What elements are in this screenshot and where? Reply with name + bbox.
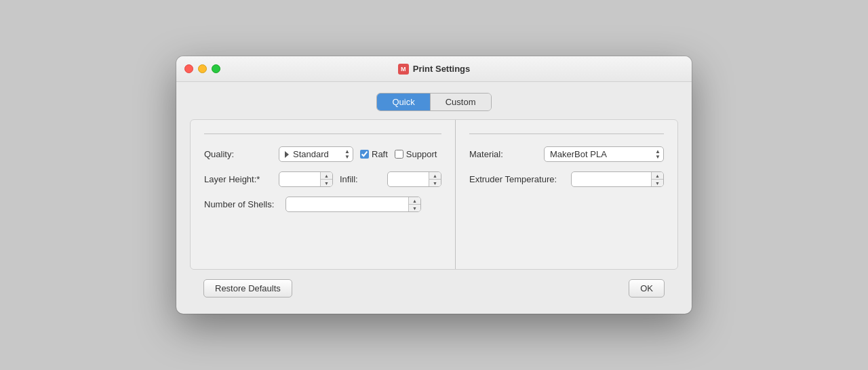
layer-height-spinner: 0.30mm ▲ ▼ — [279, 171, 333, 187]
content-area: Quality: Standard ▲ ▼ — [190, 119, 678, 270]
print-settings-window: M Print Settings Quick Custom Quality: — [176, 56, 692, 314]
minimize-button[interactable] — [198, 64, 207, 73]
app-icon: M — [398, 64, 409, 75]
material-select-wrapper: MakerBot PLA ▲ ▼ — [544, 146, 664, 162]
support-checkbox-label[interactable]: Support — [395, 149, 437, 159]
tab-quick[interactable]: Quick — [377, 94, 430, 110]
shells-spinner: 2 ▲ ▼ — [285, 197, 421, 212]
window-title: Print Settings — [413, 64, 471, 74]
shells-label: Number of Shells: — [204, 199, 279, 209]
raft-checkbox[interactable] — [360, 150, 369, 159]
close-button[interactable] — [184, 64, 193, 73]
quality-controls: Standard ▲ ▼ Raft — [279, 146, 437, 162]
left-divider — [204, 133, 441, 134]
tab-group: Quick Custom — [376, 93, 491, 111]
traffic-lights — [184, 64, 220, 73]
raft-label: Raft — [372, 149, 388, 159]
quality-select[interactable]: Standard — [279, 146, 353, 162]
material-select[interactable]: MakerBot PLA — [544, 146, 664, 162]
right-divider — [469, 133, 664, 134]
quality-row: Quality: Standard ▲ ▼ — [204, 146, 441, 162]
extruder-temp-spinner-buttons: ▲ ▼ — [651, 172, 663, 186]
layer-height-label: Layer Height:* — [204, 174, 279, 184]
tabs-row: Quick Custom — [190, 93, 678, 111]
quality-icon — [285, 151, 289, 158]
layer-infill-controls: 0.30mm ▲ ▼ Infill: 10% ▲ — [279, 171, 441, 187]
shells-input[interactable]: 2 — [285, 197, 421, 212]
layer-height-spinner-buttons: ▲ ▼ — [320, 172, 332, 186]
quality-value: Standard — [293, 149, 329, 159]
shells-controls: 2 ▲ ▼ — [279, 197, 421, 212]
support-checkbox[interactable] — [395, 150, 403, 159]
infill-down-button[interactable]: ▼ — [429, 180, 441, 186]
content-inner: Quality: Standard ▲ ▼ — [191, 120, 677, 269]
support-label: Support — [406, 149, 437, 159]
right-panel: Material: MakerBot PLA ▲ ▼ — [456, 120, 677, 269]
extruder-temp-spinner: 230°C ▲ ▼ — [571, 171, 664, 187]
extruder-temp-row: Extruder Temperature: 230°C ▲ ▼ — [469, 171, 664, 187]
shells-spinner-buttons: ▲ ▼ — [408, 197, 420, 211]
quality-select-wrapper: Standard ▲ ▼ — [279, 146, 353, 162]
window-title-group: M Print Settings — [398, 64, 471, 75]
material-label: Material: — [469, 149, 544, 159]
maximize-button[interactable] — [212, 64, 220, 73]
infill-spinner-buttons: ▲ ▼ — [429, 172, 441, 186]
extruder-temp-up-button[interactable]: ▲ — [652, 172, 663, 180]
layer-infill-row: Layer Height:* 0.30mm ▲ ▼ Infill: — [204, 171, 441, 187]
material-row: Material: MakerBot PLA ▲ ▼ — [469, 146, 664, 162]
footer: Restore Defaults OK — [190, 270, 678, 300]
window-body: Quick Custom Quality: — [176, 82, 692, 314]
raft-checkbox-label[interactable]: Raft — [360, 149, 388, 159]
left-panel: Quality: Standard ▲ ▼ — [191, 120, 456, 269]
extruder-temp-down-button[interactable]: ▼ — [652, 180, 663, 186]
infill-label: Infill: — [340, 174, 380, 184]
shells-down-button[interactable]: ▼ — [409, 205, 420, 211]
shells-row: Number of Shells: 2 ▲ ▼ — [204, 197, 441, 212]
tab-custom[interactable]: Custom — [431, 94, 491, 110]
quality-label: Quality: — [204, 149, 279, 159]
layer-height-down-button[interactable]: ▼ — [321, 180, 332, 186]
infill-up-button[interactable]: ▲ — [429, 172, 441, 180]
layer-height-up-button[interactable]: ▲ — [321, 172, 332, 180]
extruder-temp-label: Extruder Temperature: — [469, 174, 571, 184]
restore-defaults-button[interactable]: Restore Defaults — [203, 279, 292, 297]
extruder-temp-input[interactable]: 230°C — [571, 171, 664, 187]
ok-button[interactable]: OK — [629, 279, 665, 297]
infill-spinner: 10% ▲ ▼ — [387, 171, 441, 187]
shells-up-button[interactable]: ▲ — [409, 197, 420, 205]
titlebar: M Print Settings — [176, 56, 692, 82]
